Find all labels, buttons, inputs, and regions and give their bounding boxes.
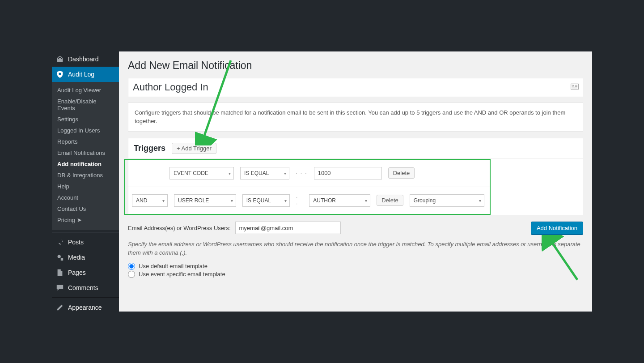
pin-icon (55, 238, 64, 247)
shield-icon (55, 70, 64, 79)
admin-sidebar: Dashboard Audit Log Audit Log Viewer Ena… (52, 51, 119, 312)
trigger-row-2: AND USER ROLE IS EQUAL · · AUTHOR Delete… (125, 187, 490, 214)
radio-input[interactable] (128, 263, 135, 270)
info-box: Configure triggers that should be matche… (128, 102, 583, 132)
radio-label: Use default email template (139, 263, 208, 269)
app-window: Dashboard Audit Log Audit Log Viewer Ena… (52, 51, 592, 312)
svg-point-3 (572, 85, 573, 86)
submenu-item-help[interactable]: Help (52, 181, 119, 192)
brush-icon (55, 303, 64, 312)
triggers-heading: Triggers (134, 144, 165, 153)
submenu-item-pricing[interactable]: Pricing➤ (52, 214, 119, 226)
triggers-highlight: EVENT CODE IS EQUAL · · · Delete AND USE… (124, 159, 491, 215)
card-icon (571, 84, 579, 91)
grouping-select[interactable]: Grouping (410, 194, 484, 207)
sidebar-submenu: Audit Log Viewer Enable/Disable Events S… (52, 82, 119, 230)
sidebar-item-label: Comments (68, 284, 98, 291)
operator-select[interactable]: IS EQUAL (242, 194, 290, 207)
dashboard-icon (55, 55, 64, 64)
triggers-header: Triggers + Add Trigger (128, 138, 583, 159)
trigger-row-1: EVENT CODE IS EQUAL · · · Delete (125, 160, 490, 187)
submenu-item-events[interactable]: Enable/Disable Events (52, 96, 119, 114)
radio-input[interactable] (128, 271, 135, 278)
sidebar-item-comments[interactable]: Comments (52, 280, 119, 295)
svg-point-1 (58, 255, 61, 258)
submenu-item-logged-in[interactable]: Logged In Users (52, 125, 119, 136)
svg-point-0 (59, 73, 61, 75)
sidebar-item-media[interactable]: Media (52, 250, 119, 265)
ellipsis-icon: · · · (296, 170, 308, 176)
delete-trigger-button[interactable]: Delete (377, 195, 403, 206)
submenu-item-add-notification[interactable]: Add notification (52, 158, 119, 170)
sidebar-item-dashboard[interactable]: Dashboard (52, 51, 119, 67)
page-icon (55, 268, 64, 277)
sidebar-item-pages[interactable]: Pages (52, 265, 119, 280)
submenu-item-viewer[interactable]: Audit Log Viewer (52, 85, 119, 96)
notification-title-input[interactable] (128, 78, 583, 97)
sidebar-item-posts[interactable]: Posts (52, 235, 119, 250)
template-radio-default[interactable]: Use default email template (128, 263, 583, 270)
sidebar-item-label: Appearance (68, 304, 102, 311)
join-select[interactable]: AND (132, 194, 168, 207)
email-input[interactable] (235, 222, 341, 234)
media-icon (55, 253, 64, 262)
email-row: Email Address(es) or WordPress Users: Ad… (128, 215, 583, 237)
submenu-label: Pricing (57, 217, 75, 223)
ellipsis-icon: · · (296, 194, 303, 207)
sidebar-separator (52, 297, 119, 298)
main-content: Add New Email Notification Configure tri… (119, 51, 592, 312)
value-input[interactable] (314, 167, 382, 179)
field-select[interactable]: EVENT CODE (169, 167, 234, 179)
page-title: Add New Email Notification (128, 60, 583, 72)
chevron-right-icon: ➤ (77, 217, 82, 223)
submenu-item-account[interactable]: Account (52, 192, 119, 203)
sidebar-separator (52, 232, 119, 233)
submenu-item-reports[interactable]: Reports (52, 136, 119, 147)
sidebar-item-label: Pages (68, 269, 86, 276)
sidebar-item-audit-log[interactable]: Audit Log (52, 67, 119, 82)
value-select[interactable]: AUTHOR (309, 194, 370, 207)
triggers-panel: Triggers + Add Trigger EVENT CODE IS EQU… (128, 138, 583, 215)
radio-label: Use event specific email template (139, 271, 225, 278)
sidebar-item-label: Audit Log (68, 71, 94, 78)
submenu-item-email-notifications[interactable]: Email Notifications (52, 147, 119, 158)
operator-select[interactable]: IS EQUAL (240, 167, 289, 179)
submenu-item-settings[interactable]: Settings (52, 114, 119, 125)
sidebar-item-appearance[interactable]: Appearance (52, 300, 119, 315)
field-select[interactable]: USER ROLE (174, 194, 236, 207)
delete-trigger-button[interactable]: Delete (388, 167, 415, 179)
email-label: Email Address(es) or WordPress Users: (128, 225, 231, 231)
helper-text: Specify the email address or WordPress u… (128, 240, 583, 257)
add-notification-button[interactable]: Add Notification (531, 222, 583, 235)
comment-icon (55, 283, 64, 292)
submenu-item-contact-us[interactable]: Contact Us (52, 203, 119, 214)
submenu-item-db-integrations[interactable]: DB & Integrations (52, 170, 119, 181)
sidebar-item-label: Dashboard (68, 56, 99, 63)
sidebar-item-label: Posts (68, 239, 84, 246)
sidebar-item-label: Media (68, 254, 85, 261)
title-input-wrap (128, 78, 583, 97)
template-radio-event[interactable]: Use event specific email template (128, 271, 583, 278)
add-trigger-button[interactable]: + Add Trigger (172, 143, 216, 154)
